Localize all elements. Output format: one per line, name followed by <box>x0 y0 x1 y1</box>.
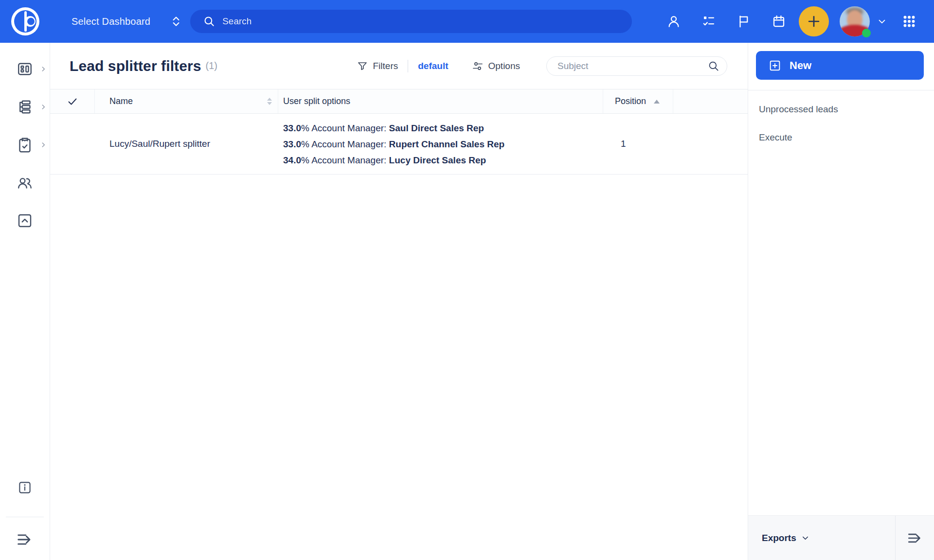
sort-ascending-icon <box>654 100 660 104</box>
exports-label: Exports <box>762 533 796 543</box>
chevron-down-icon <box>877 16 887 27</box>
table-row[interactable]: Lucy/Saul/Rupert splitter 33.0% Account … <box>50 114 748 175</box>
hierarchy-icon <box>16 98 34 116</box>
chevron-right-icon <box>40 66 47 72</box>
name-header-label: Name <box>109 96 133 106</box>
app-window: Select Dashboard <box>0 0 934 560</box>
apps-grid-icon <box>901 13 917 30</box>
row-actions-cell <box>673 114 748 174</box>
position-header-label: Position <box>615 96 646 106</box>
check-icon <box>67 96 78 107</box>
list-controls: Filters default Options <box>357 56 728 76</box>
tasks-icon[interactable] <box>701 14 716 29</box>
sidebar-item-forms[interactable] <box>0 126 50 164</box>
page-title: Lead splitter filters <box>70 58 201 74</box>
name-column-header[interactable]: Name <box>95 89 278 113</box>
split-line: 34.0% Account Manager: Lucy Direct Sales… <box>283 152 504 168</box>
actions-column-header <box>673 89 748 113</box>
filter-preset-link[interactable]: default <box>418 61 448 71</box>
sidebar-item-users[interactable] <box>0 164 50 202</box>
topbar-actions <box>666 6 917 36</box>
subject-input[interactable] <box>546 56 727 76</box>
chevron-down-icon <box>801 533 810 542</box>
flag-icon[interactable] <box>736 14 751 29</box>
new-button[interactable]: New <box>756 51 924 80</box>
sidebar <box>0 43 50 560</box>
sort-icons <box>267 98 272 105</box>
exports-bar: Exports <box>748 515 934 560</box>
account-menu-chevron[interactable] <box>877 16 887 27</box>
split-line: 33.0% Account Manager: Saul Direct Sales… <box>283 120 504 136</box>
filters-label: Filters <box>373 61 398 71</box>
user-avatar[interactable] <box>840 6 870 36</box>
sidebar-item-dashboards[interactable] <box>0 50 50 88</box>
topbar: Select Dashboard <box>0 0 934 43</box>
options-label: Options <box>488 61 520 71</box>
row-name-cell: Lucy/Saul/Rupert splitter <box>95 114 278 174</box>
row-name: Lucy/Saul/Rupert splitter <box>109 139 210 149</box>
panel-link-execute[interactable]: Execute <box>748 123 934 152</box>
table-header-row: Name User split options Position <box>50 89 748 114</box>
row-split-cell: 33.0% Account Manager: Saul Direct Sales… <box>278 114 603 174</box>
main-content: Lead splitter filters (1) Filters defaul… <box>50 43 748 560</box>
dashboard-selector[interactable]: Select Dashboard <box>72 15 182 28</box>
quick-add-button[interactable] <box>799 6 829 36</box>
chevron-right-icon <box>40 141 47 148</box>
lead-splitter-table: Name User split options Position Lucy <box>50 89 748 175</box>
options-button[interactable]: Options <box>472 60 520 72</box>
info-button[interactable] <box>0 479 50 496</box>
sidebar-item-imports[interactable] <box>0 202 50 240</box>
plus-square-icon <box>768 59 782 72</box>
sidebar-item-hierarchy[interactable] <box>0 88 50 126</box>
brand-logo[interactable] <box>0 7 50 36</box>
calendar-icon[interactable] <box>772 14 786 29</box>
clipboard-check-icon <box>16 136 34 154</box>
sliders-icon <box>472 60 484 72</box>
plus-icon <box>806 13 822 30</box>
collapse-arrow-icon <box>15 530 35 549</box>
search-icon <box>203 15 216 28</box>
funnel-icon <box>357 60 368 72</box>
panel-link-unprocessed-leads[interactable]: Unprocessed leads <box>748 95 934 123</box>
select-all-header[interactable] <box>50 89 95 113</box>
info-square-icon <box>17 479 33 496</box>
users-icon <box>16 174 34 192</box>
dashboard-icon <box>16 60 34 78</box>
chevron-up-square-icon <box>16 212 34 229</box>
position-column-header[interactable]: Position <box>603 89 673 113</box>
subject-search-icon[interactable] <box>707 60 720 72</box>
apps-grid-button[interactable] <box>901 13 917 30</box>
new-button-label: New <box>790 59 811 72</box>
sidebar-collapse-button[interactable] <box>0 530 50 549</box>
split-lines: 33.0% Account Manager: Saul Direct Sales… <box>283 120 504 168</box>
filters-button[interactable]: Filters <box>357 60 398 72</box>
dashboard-selector-label: Select Dashboard <box>72 16 150 27</box>
subject-search <box>546 56 727 76</box>
global-search <box>190 10 632 33</box>
content-header: Lead splitter filters (1) Filters defaul… <box>50 43 748 89</box>
row-select-cell[interactable] <box>50 114 95 174</box>
sidebar-divider <box>6 517 44 517</box>
person-icon[interactable] <box>666 14 681 29</box>
split-options-header-label: User split options <box>283 96 350 106</box>
brand-logo-icon <box>11 7 40 36</box>
split-options-column-header[interactable]: User split options <box>278 89 603 113</box>
status-online-dot <box>862 29 871 37</box>
row-position-cell: 1 <box>603 114 673 174</box>
panel-collapse-button[interactable] <box>895 516 934 560</box>
selector-chevrons-icon <box>170 15 182 28</box>
panel-links: Unprocessed leads Execute <box>748 90 934 152</box>
chevron-right-icon <box>40 104 47 110</box>
search-input[interactable] <box>222 16 602 27</box>
page-count: (1) <box>206 60 217 71</box>
controls-divider <box>408 60 408 72</box>
action-panel: New Unprocessed leads Execute Exports <box>748 43 934 560</box>
exports-dropdown[interactable]: Exports <box>748 516 895 560</box>
collapse-arrow-icon <box>906 529 924 547</box>
row-position: 1 <box>621 139 626 149</box>
split-line: 33.0% Account Manager: Rupert Channel Sa… <box>283 136 504 152</box>
